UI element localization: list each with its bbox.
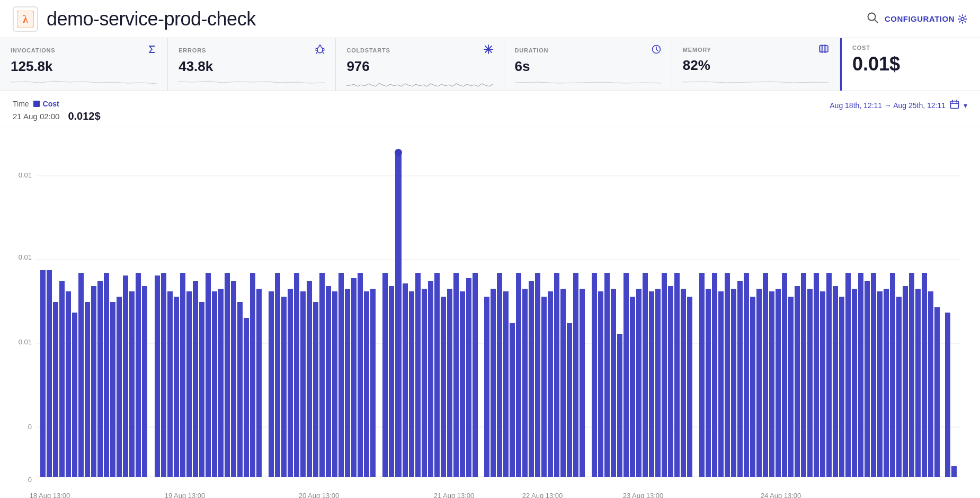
coldstarts-sparkline (346, 78, 493, 88)
svg-rect-151 (788, 297, 794, 477)
chart-legend-item: Cost (33, 100, 59, 108)
svg-rect-139 (712, 273, 717, 477)
svg-rect-161 (852, 289, 857, 477)
svg-rect-173 (928, 291, 933, 477)
metric-coldstarts[interactable]: COLDSTARTS 976 (336, 38, 504, 91)
svg-rect-104 (473, 273, 478, 477)
svg-rect-111 (522, 289, 528, 477)
svg-rect-55 (155, 275, 160, 477)
svg-rect-102 (460, 291, 465, 477)
svg-rect-108 (503, 291, 509, 477)
svg-rect-51 (123, 275, 128, 477)
coldstarts-label: COLDSTARTS (346, 47, 390, 54)
page-header: λ demo-service-prod-check CONFIGURATION (0, 0, 980, 38)
svg-rect-131 (655, 289, 661, 477)
svg-rect-140 (718, 291, 724, 477)
svg-rect-165 (877, 291, 883, 477)
svg-rect-93 (403, 283, 408, 477)
svg-rect-146 (756, 289, 762, 477)
sigma-icon (147, 45, 157, 56)
svg-rect-157 (826, 273, 832, 477)
svg-rect-168 (896, 297, 902, 477)
memory-chip-icon (818, 45, 829, 55)
svg-text:0: 0 (28, 423, 32, 431)
clock-icon (652, 45, 661, 56)
svg-rect-128 (636, 289, 642, 477)
svg-rect-98 (434, 273, 440, 477)
svg-rect-143 (737, 281, 743, 477)
svg-rect-96 (422, 289, 427, 477)
svg-rect-64 (212, 291, 217, 477)
configuration-link[interactable]: CONFIGURATION (885, 14, 967, 24)
svg-rect-115 (548, 291, 553, 477)
duration-label: DURATION (515, 47, 549, 54)
svg-rect-137 (699, 273, 705, 477)
svg-rect-153 (801, 273, 806, 477)
svg-rect-103 (466, 278, 471, 477)
svg-rect-105 (484, 297, 489, 477)
svg-rect-68 (237, 302, 243, 477)
svg-rect-73 (275, 273, 280, 477)
memory-label: MEMORY (683, 47, 711, 53)
svg-rect-155 (814, 273, 819, 477)
svg-text:0.01: 0.01 (19, 253, 32, 261)
cost-bar-chart[interactable]: 0.01 0.01 0.01 0 0 // Will be rendered v… (13, 132, 967, 498)
metric-errors[interactable]: ERRORS 43.8k (168, 38, 336, 91)
svg-text:0.01: 0.01 (19, 338, 32, 346)
metric-duration[interactable]: DURATION 6s (504, 38, 672, 91)
svg-rect-84 (345, 289, 350, 477)
svg-rect-67 (231, 281, 236, 477)
svg-rect-121 (592, 273, 597, 477)
svg-text:λ: λ (23, 13, 28, 25)
page-title: demo-service-prod-check (47, 8, 256, 30)
svg-rect-160 (845, 273, 851, 477)
svg-rect-152 (795, 286, 800, 477)
svg-rect-65 (218, 289, 224, 477)
svg-rect-135 (681, 289, 686, 477)
svg-text:19 Aug 13:00: 19 Aug 13:00 (165, 492, 206, 498)
svg-rect-40 (53, 302, 58, 477)
svg-rect-95 (415, 273, 421, 477)
chart-time-label: Time (13, 100, 29, 108)
tooltip-time: 21 Aug 02:00 (13, 112, 59, 121)
date-range[interactable]: Aug 18th, 12:11 → Aug 25th, 12:11 ▾ (830, 100, 967, 111)
chart-container[interactable]: 0.01 0.01 0.01 0 0 // Will be rendered v… (0, 127, 980, 498)
svg-rect-107 (497, 273, 502, 477)
errors-sparkline (179, 78, 325, 88)
search-icon[interactable] (867, 12, 878, 26)
svg-rect-118 (567, 323, 572, 477)
svg-rect-44 (78, 273, 84, 477)
svg-rect-45 (85, 302, 90, 477)
chart-header: Time Cost 21 Aug 02:00 0.012$ Aug 18th, … (0, 91, 980, 127)
svg-point-5 (317, 47, 323, 53)
metric-invocations[interactable]: INVOCATIONS 125.8k (0, 38, 168, 91)
svg-rect-58 (174, 297, 179, 477)
svg-rect-76 (294, 273, 299, 477)
svg-rect-150 (782, 273, 787, 477)
metric-memory[interactable]: MEMORY 82% (672, 38, 840, 91)
svg-text:0: 0 (28, 476, 32, 484)
bug-icon (315, 45, 325, 56)
svg-rect-41 (59, 281, 65, 477)
svg-rect-49 (110, 302, 115, 477)
errors-value: 43.8k (179, 58, 325, 75)
svg-rect-114 (541, 297, 547, 477)
svg-rect-120 (580, 289, 585, 477)
svg-rect-94 (409, 291, 414, 477)
svg-rect-77 (300, 291, 306, 477)
svg-rect-169 (903, 286, 908, 477)
svg-rect-69 (244, 318, 249, 477)
svg-text:20 Aug 13:00: 20 Aug 13:00 (299, 492, 340, 498)
svg-text:22 Aug 13:00: 22 Aug 13:00 (522, 492, 563, 498)
svg-rect-47 (97, 281, 103, 477)
cost-value: 0.01$ (852, 53, 969, 75)
svg-rect-154 (807, 289, 813, 477)
chart-section: Time Cost 21 Aug 02:00 0.012$ Aug 18th, … (0, 91, 980, 498)
metric-cost[interactable]: COST 0.01$ (840, 38, 980, 91)
svg-rect-159 (839, 297, 844, 477)
svg-rect-78 (307, 281, 312, 477)
legend-color-dot (33, 101, 40, 107)
config-label: CONFIGURATION (885, 14, 955, 23)
metric-cost-header: COST (852, 45, 969, 51)
svg-rect-60 (186, 291, 192, 477)
